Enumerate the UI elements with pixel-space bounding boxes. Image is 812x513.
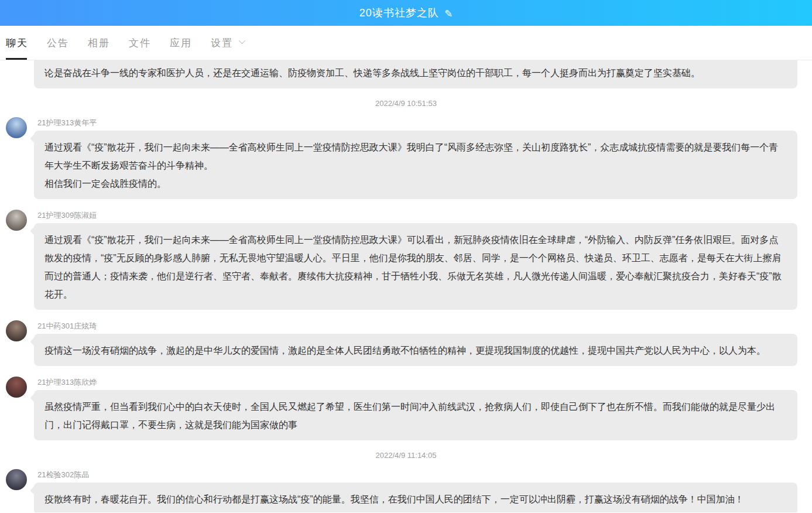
tab-announcement[interactable]: 公告: [47, 26, 69, 60]
timestamp: 2022/4/9 11:14:05: [0, 451, 812, 460]
tab-album[interactable]: 相册: [88, 26, 110, 60]
tab-label: 设置: [211, 36, 233, 50]
message-row: 21护理313陈欣烨虽然疫情严重，但当看到我们心中的白衣天使时，全国人民又燃起了…: [0, 376, 812, 440]
group-title: 20读书社梦之队: [359, 6, 439, 20]
message-bubble: 虽然疫情严重，但当看到我们心中的白衣天使时，全国人民又燃起了希望，医生们第一时间…: [34, 390, 797, 440]
bubble-tail: [30, 225, 40, 236]
sender-name: 21中药301庄炫琦: [37, 320, 812, 332]
message-bubble: 疫散终有时，春暖花自开。我们的信心和行动都是打赢这场战“疫”的能量。我坚信，在我…: [34, 483, 797, 512]
tab-settings[interactable]: 设置: [211, 26, 244, 60]
avatar[interactable]: [6, 210, 27, 231]
message-row: 21中药301庄炫琦疫情这一场没有硝烟的战争，激起的是中华儿女的爱国情，激起的是…: [0, 320, 812, 366]
bubble-tail: [30, 485, 40, 495]
bubble-tail: [30, 133, 40, 143]
tab-label: 公告: [47, 36, 69, 50]
tab-label: 相册: [88, 36, 110, 50]
tab-chat[interactable]: 聊天: [6, 26, 28, 60]
message-bubble: 通过观看《“疫”散花开，我们一起向未来——全省高校师生同上一堂疫情防控思政大课》…: [34, 223, 797, 310]
message-row: 21护理309陈淑姮通过观看《“疫”散花开，我们一起向未来——全省高校师生同上一…: [0, 209, 812, 310]
tab-label: 聊天: [6, 36, 28, 50]
tab-apps[interactable]: 应用: [170, 26, 192, 60]
sender-name: 21护理309陈淑姮: [37, 209, 812, 221]
avatar[interactable]: [6, 320, 27, 341]
edit-title-icon[interactable]: ✎: [444, 8, 453, 20]
chevron-down-icon: [239, 37, 245, 44]
chat-panel[interactable]: 在这场同严重疫情的殊死较量中，中国人民和中华民族以敢于斗争、敢于胜利的大无畏气概…: [0, 60, 812, 512]
group-header: 20读书社梦之队 ✎: [0, 0, 812, 26]
message-bubble: 通过观看《“疫”散花开，我们一起向未来——全省高校师生同上一堂疫情防控思政大课》…: [34, 131, 797, 199]
bubble-tail: [30, 336, 40, 347]
message-line: 疫情这一场没有硝烟的战争，激起的是中华儿女的爱国情，激起的是全体人民团结勇敢不怕…: [44, 341, 787, 360]
tab-files[interactable]: 文件: [129, 26, 151, 60]
message-line: 论是奋战在斗争一线的专家和医护人员，还是在交通运输、防疫物资加工、快递等多条战线…: [44, 64, 787, 82]
message-bubble: 疫情这一场没有硝烟的战争，激起的是中华儿女的爱国情，激起的是全体人民团结勇敢不怕…: [34, 334, 797, 366]
message-row: 21检验302陈晶疫散终有时，春暖花自开。我们的信心和行动都是打赢这场战“疫”的…: [0, 468, 812, 512]
message-line: 虽然疫情严重，但当看到我们心中的白衣天使时，全国人民又燃起了希望，医生们第一时间…: [44, 398, 787, 434]
tab-label: 应用: [170, 36, 192, 50]
message-line: 相信我们一定会战胜疫情的。: [44, 175, 787, 193]
avatar[interactable]: [6, 469, 27, 490]
message-row: 21护理313黄年平通过观看《“疫”散花开，我们一起向未来——全省高校师生同上一…: [0, 117, 812, 199]
message-list: 在这场同严重疫情的殊死较量中，中国人民和中华民族以敢于斗争、敢于胜利的大无畏气概…: [0, 60, 812, 512]
avatar[interactable]: [6, 377, 27, 398]
tab-label: 文件: [129, 36, 151, 50]
sender-name: 21检验302陈晶: [37, 468, 812, 481]
message-line: 疫散终有时，春暖花自开。我们的信心和行动都是打赢这场战“疫”的能量。我坚信，在我…: [44, 490, 787, 508]
tab-bar: 聊天公告相册文件应用设置: [0, 26, 812, 60]
message-line: 通过观看《“疫”散花开，我们一起向未来——全省高校师生同上一堂疫情防控思政大课》…: [44, 138, 787, 175]
bubble-tail: [30, 392, 40, 403]
sender-name: 21护理313黄年平: [37, 117, 812, 129]
message-line: 通过观看《“疫”散花开，我们一起向未来——全省高校师生同上一堂疫情防控思政大课》…: [44, 231, 787, 303]
message-bubble-partial: 在这场同严重疫情的殊死较量中，中国人民和中华民族以敢于斗争、敢于胜利的大无畏气概…: [34, 60, 797, 88]
timestamp: 2022/4/9 10:51:53: [0, 99, 812, 108]
avatar[interactable]: [6, 117, 27, 138]
sender-name: 21护理313陈欣烨: [37, 376, 812, 388]
